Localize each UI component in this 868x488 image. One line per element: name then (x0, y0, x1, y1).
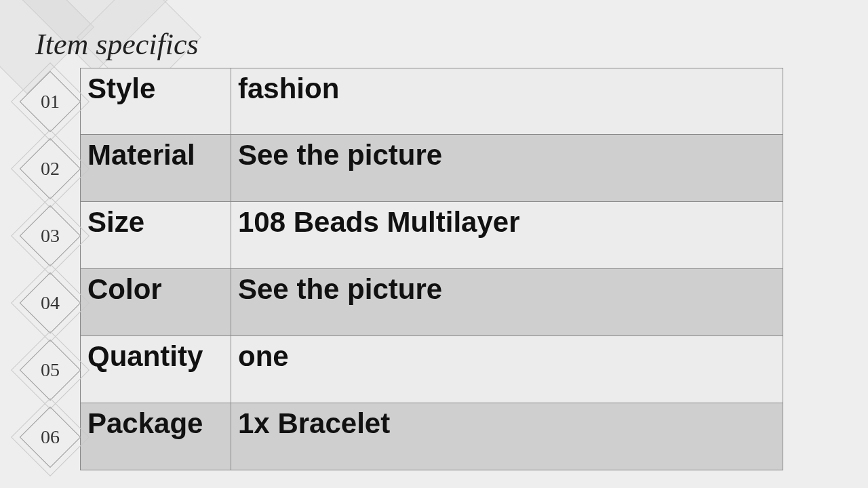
spec-value: fashion (231, 68, 783, 135)
spec-label: Color (80, 269, 231, 336)
diamond-icon: 06 (20, 406, 81, 468)
table-row: 05 Quantity one (20, 336, 783, 403)
row-number-badge: 06 (20, 403, 80, 470)
row-number-badge: 03 (20, 202, 80, 269)
row-number-badge: 04 (20, 269, 80, 336)
spec-label: Style (80, 68, 231, 135)
diamond-icon: 01 (20, 70, 81, 132)
diamond-icon: 05 (20, 339, 81, 401)
row-number-badge: 01 (20, 68, 80, 135)
spec-value: 108 Beads Multilayer (231, 202, 783, 269)
item-specifics-table: 01 Style fashion 02 Material See the pic… (20, 68, 783, 470)
diamond-icon: 02 (20, 138, 81, 199)
table-row: 01 Style fashion (20, 68, 783, 135)
spec-label: Package (80, 403, 231, 470)
row-number-badge: 02 (20, 135, 80, 202)
spec-value: one (231, 336, 783, 403)
spec-value: 1x Bracelet (231, 403, 783, 470)
spec-label: Size (80, 202, 231, 269)
diamond-icon: 04 (20, 272, 81, 333)
spec-label: Material (80, 135, 231, 202)
table-row: 04 Color See the picture (20, 269, 783, 336)
diamond-icon: 03 (20, 205, 81, 266)
spec-label: Quantity (80, 336, 231, 403)
table-row: 06 Package 1x Bracelet (20, 403, 783, 470)
table-row: 03 Size 108 Beads Multilayer (20, 202, 783, 269)
table-row: 02 Material See the picture (20, 135, 783, 202)
row-number-badge: 05 (20, 336, 80, 403)
spec-value: See the picture (231, 135, 783, 202)
spec-value: See the picture (231, 269, 783, 336)
section-title: Item specifics (35, 27, 199, 62)
